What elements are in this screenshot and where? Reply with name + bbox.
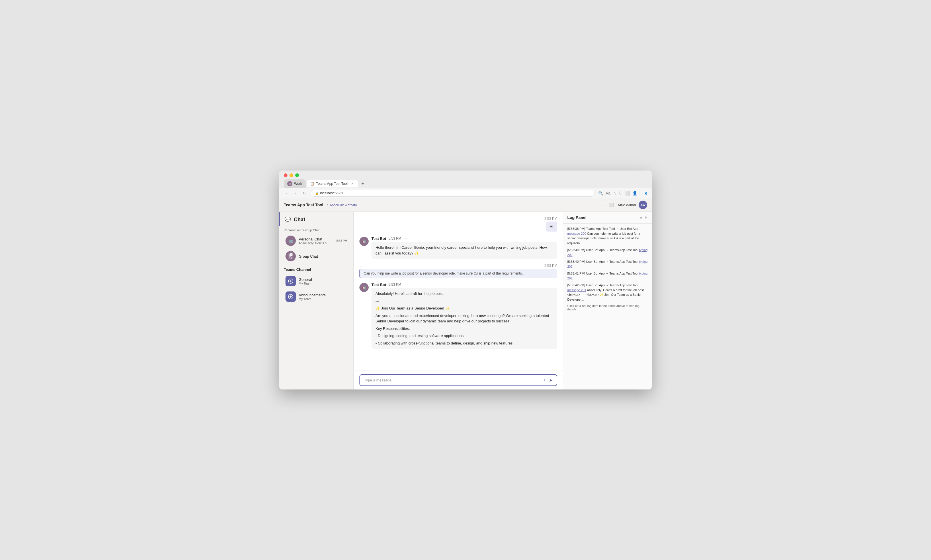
attach-button[interactable]: ＋ — [542, 377, 546, 383]
log-panel-actions: ≡ ✕ — [640, 215, 648, 220]
back-button[interactable]: ‹ — [284, 190, 290, 196]
shield-icon[interactable]: 🛡 — [619, 191, 623, 195]
url-bar[interactable]: 🔒 localhost:56250 — [311, 190, 595, 197]
log-filter-button[interactable]: ≡ — [640, 215, 642, 220]
nav-buttons: ‹ › ↻ — [284, 190, 307, 196]
quoted-message: Can you help me write a job post for a s… — [359, 269, 557, 278]
quoted-message-meta: ... ··· 5:53 PM — [359, 263, 557, 268]
log-entry-4: [5:53:41 PM] User Bot App → Teams App Te… — [567, 271, 648, 281]
personal-chat-preview: Absolutely! Here's a ... — [299, 241, 334, 245]
url-text: localhost:56250 — [320, 191, 344, 195]
bot-bubble-2: Absolutely! Here's a draft for the job p… — [371, 288, 557, 349]
channel-item-general[interactable]: General My Team — [281, 274, 352, 289]
mock-activity-icon: ↑ — [327, 203, 328, 207]
group-chat-avatar: MBAV — [286, 251, 296, 262]
app-more-button[interactable]: ··· — [603, 203, 606, 207]
log-entry-5-before: User Bot App → Teams App Test Tool — [586, 283, 638, 287]
bot-message-row-1: 🤖 Test Bot 5:53 PM ··· Hello there! I'm … — [359, 236, 557, 259]
lock-icon: 🔒 — [315, 192, 319, 195]
announcements-channel-team: My Team — [299, 297, 347, 301]
bot-message-header-2: Test Bot 5:53 PM ··· — [371, 282, 557, 287]
log-entry-5-link[interactable]: message 201 — [567, 288, 586, 292]
quoted-more-btn[interactable]: ··· — [539, 263, 543, 268]
split-view-icon[interactable]: ⬜ — [625, 191, 630, 195]
bookmark-icon[interactable]: ☆ — [613, 191, 617, 195]
bot-msg2-title: ✨ Join Our Team as a Senior Developer! ✨ — [375, 306, 553, 311]
reader-icon[interactable]: Aa — [605, 191, 610, 195]
log-entry-1-link[interactable]: message 200 — [567, 232, 586, 235]
quoted-time: 5:53 PM — [544, 264, 557, 268]
sidebar-item-group-chat[interactable]: MBAV Group Chat — [281, 249, 352, 264]
bot-message1-more-btn[interactable]: ··· — [403, 236, 407, 241]
log-entry-3-time: [5:53:40 PM] — [567, 260, 585, 263]
personal-group-chat-label: Personal and Group Chat — [279, 226, 354, 233]
tab-profile[interactable]: W Work — [284, 179, 306, 188]
edge-icon[interactable]: e — [645, 191, 647, 195]
close-button[interactable] — [284, 173, 288, 177]
bot-msg2-divider: --- — [375, 298, 553, 304]
fullscreen-button[interactable] — [295, 173, 299, 177]
bot-name-2: Test Bot — [371, 283, 386, 287]
bot-message2-more-btn[interactable]: ··· — [403, 282, 407, 287]
log-entries: [5:53:38 PM] Teams App Test Tool → User … — [563, 223, 652, 389]
log-entry-2-time: [5:53:39 PM] — [567, 248, 585, 252]
tab-bar: W Work 📋 Teams App Test Tool ✕ + — [284, 179, 647, 188]
log-entry-1-before: Teams App Test Tool → User Bot App — [586, 227, 638, 231]
general-channel-team: My Team — [299, 282, 347, 285]
channel-item-announcements[interactable]: Announcements My Team — [281, 289, 352, 304]
log-entry-3-before: User Bot App → Teams App Test Tool — [586, 260, 639, 263]
bot-message-group-1: 🤖 Test Bot 5:53 PM ··· Hello there! I'm … — [359, 236, 557, 259]
log-entry-1: [5:53:38 PM] Teams App Test Tool → User … — [567, 226, 648, 245]
personal-chat-info: Personal Chat Absolutely! Here's a ... — [299, 237, 334, 245]
bot-msg2-resp1: - Designing, coding, and testing softwar… — [375, 333, 553, 339]
chat-area: ··· 5:53 PM Hi 🤖 Te — [354, 212, 563, 389]
log-entry-5: [5:53:42 PM] User Bot App → Teams App Te… — [567, 283, 648, 302]
log-entry-5-time: [5:53:42 PM] — [567, 283, 585, 287]
tab-active[interactable]: 📋 Teams App Test Tool ✕ — [307, 180, 358, 188]
log-panel: Log Panel ≡ ✕ [5:53:38 PM] Teams App Tes… — [563, 212, 652, 389]
more-icon[interactable]: ··· — [640, 191, 643, 195]
profiles-icon[interactable]: 👤 — [632, 191, 637, 195]
sidebar-item-personal-chat[interactable]: 🤖 Personal Chat Absolutely! Here's a ...… — [281, 233, 352, 248]
bot-msg2-resp2: - Collaborating with cross-functional te… — [375, 340, 553, 346]
log-entry-4-time: [5:53:41 PM] — [567, 272, 585, 275]
browser-window: W Work 📋 Teams App Test Tool ✕ + ‹ › ↻ 🔒… — [279, 171, 652, 389]
app-title: Teams App Test Tool — [284, 203, 323, 207]
personal-chat-name: Personal Chat — [299, 237, 334, 241]
bot-msg2-line1: Absolutely! Here's a draft for the job p… — [375, 291, 553, 297]
bot-message2-time: 5:53 PM — [388, 283, 401, 286]
user-message-row: Hi — [359, 222, 557, 232]
user-message-bubble: Hi — [546, 222, 557, 232]
zoom-icon[interactable]: 🔍 — [598, 191, 603, 195]
message-more-btn[interactable]: ··· — [359, 216, 363, 221]
user-info: Alex Wilber AW — [617, 201, 647, 209]
bot-message-content-2: Test Bot 5:53 PM ··· Absolutely! Here's … — [371, 282, 557, 349]
bot-avatar-1: 🤖 — [359, 237, 369, 246]
sidebar: 💬 Chat Personal and Group Chat 🤖 Persona… — [279, 212, 354, 389]
user-message-text: Hi — [550, 225, 553, 229]
log-panel-header: Log Panel ≡ ✕ — [563, 212, 652, 223]
app-title-area: Teams App Test Tool ↑ Mock an Activity — [284, 203, 357, 207]
log-entry-1-time: [5:53:38 PM] — [567, 227, 585, 231]
personal-chat-avatar: 🤖 — [286, 235, 296, 246]
mock-activity-button[interactable]: ↑ Mock an Activity — [327, 203, 357, 207]
new-tab-button[interactable]: + — [359, 180, 366, 188]
message-input[interactable] — [364, 378, 540, 382]
send-button[interactable]: ➤ — [549, 377, 552, 383]
tab-profile-label: Work — [294, 182, 302, 186]
forward-button[interactable]: › — [292, 190, 299, 196]
browser-chrome: W Work 📋 Teams App Test Tool ✕ + — [279, 171, 652, 188]
panel-toggle-button[interactable]: ⬜ — [609, 203, 614, 207]
general-channel-info: General My Team — [299, 277, 347, 285]
reload-button[interactable]: ↻ — [301, 190, 307, 196]
user-avatar[interactable]: AW — [639, 201, 647, 209]
main-content: 💬 Chat Personal and Group Chat 🤖 Persona… — [279, 212, 652, 389]
general-channel-icon — [286, 276, 296, 286]
log-close-button[interactable]: ✕ — [644, 215, 648, 220]
minimize-button[interactable] — [289, 173, 293, 177]
app-actions: ··· ⬜ Alex Wilber AW — [603, 201, 647, 209]
announcements-channel-name: Announcements — [299, 293, 347, 297]
announcements-channel-icon — [286, 291, 296, 302]
address-actions: 🔍 Aa ☆ 🛡 ⬜ 👤 ··· e — [598, 191, 647, 195]
tab-close-button[interactable]: ✕ — [350, 182, 354, 186]
